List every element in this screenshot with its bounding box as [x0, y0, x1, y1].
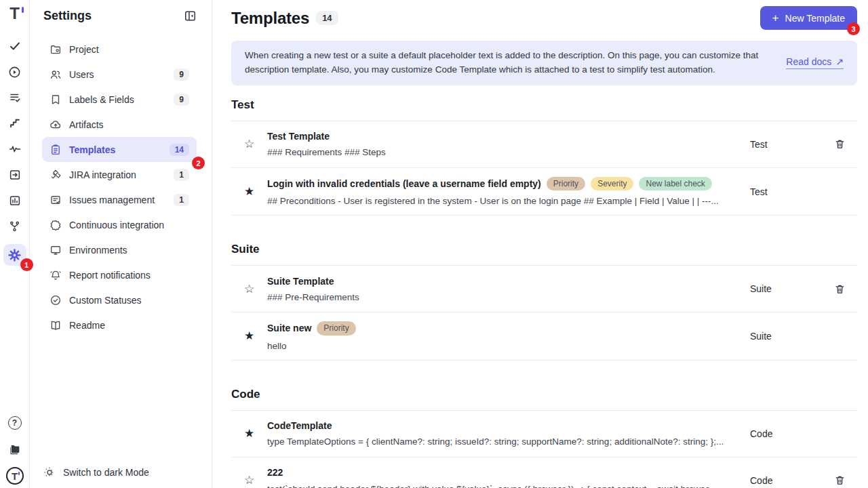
- template-title: CodeTemplate: [267, 420, 332, 431]
- rail-bottom: ? T: [4, 415, 26, 484]
- label-tag: Priority: [317, 321, 355, 335]
- sidebar-item-label: Artifacts: [69, 119, 104, 130]
- template-row[interactable]: ★ Login with invalid credentials (leave …: [231, 168, 857, 216]
- runs-icon[interactable]: [4, 64, 26, 80]
- sidebar-item-label: Templates: [69, 144, 115, 155]
- sidebar-title: Settings: [43, 9, 92, 23]
- templates-total-badge: 14: [316, 11, 338, 25]
- tests-icon[interactable]: [4, 38, 26, 54]
- star-filled-icon[interactable]: ★: [244, 330, 256, 342]
- sidebar-item-users[interactable]: Users 9: [42, 62, 197, 87]
- import-icon[interactable]: [4, 167, 26, 183]
- sidebar-item-artifacts[interactable]: Artifacts: [42, 112, 197, 137]
- milestones-icon[interactable]: [4, 115, 26, 131]
- settings-icon[interactable]: 1: [3, 244, 26, 266]
- monitor-icon: [50, 244, 62, 256]
- star-icon[interactable]: ☆: [244, 283, 256, 295]
- star-filled-icon[interactable]: ★: [244, 428, 256, 439]
- sidebar-item-labels-fields[interactable]: Labels & Fields 9: [42, 87, 197, 112]
- template-subtitle: ### Requirements ### Steps: [267, 147, 750, 157]
- template-subtitle: ### Pre-Requirements: [267, 292, 750, 302]
- template-type: Test: [750, 186, 768, 197]
- branch-icon[interactable]: [4, 218, 26, 235]
- template-type: Code: [750, 428, 772, 439]
- info-banner: When creating a new test or a suite a de…: [231, 41, 857, 85]
- plans-icon[interactable]: [4, 89, 26, 106]
- section-code: Code ★ CodeTemplate type TemplateOptions…: [231, 388, 857, 488]
- trash-icon[interactable]: [834, 138, 846, 150]
- section-heading: Test: [231, 98, 857, 112]
- activity-icon[interactable]: [4, 141, 26, 157]
- trash-icon[interactable]: [834, 474, 846, 486]
- count-badge: 9: [174, 68, 189, 81]
- section-suite: Suite ☆ Suite Template ### Pre-Requireme…: [231, 243, 857, 360]
- label-tag: New label check: [639, 177, 711, 190]
- annotation-badge-2: 2: [192, 157, 205, 169]
- label-tag: Severity: [591, 177, 633, 190]
- jira-icon: [50, 169, 62, 181]
- star-filled-icon[interactable]: ★: [244, 186, 256, 197]
- sidebar-item-label: Labels & Fields: [69, 94, 134, 105]
- label-icon: [50, 94, 62, 106]
- sidebar-item-readme[interactable]: Readme: [42, 312, 197, 338]
- sidebar-item-label: Environments: [69, 245, 127, 256]
- users-icon: [50, 68, 62, 81]
- dark-mode-label: Switch to dark Mode: [63, 467, 149, 478]
- rail-nav: 1: [3, 38, 26, 266]
- template-title: Suite Template: [267, 276, 334, 287]
- templates-page: Templates 14 + New Template 3 When creat…: [212, 0, 868, 488]
- sidebar-item-label: Report notifications: [69, 270, 151, 281]
- cloud-upload-icon: [50, 119, 62, 131]
- docs-folder-icon[interactable]: [4, 441, 26, 458]
- sidebar-item-project[interactable]: Project: [42, 37, 197, 62]
- template-row[interactable]: ☆ Test Template ### Requirements ### Ste…: [231, 121, 857, 168]
- sidebar-item-label: Custom Statuses: [69, 295, 142, 306]
- section-test: Test ☆ Test Template ### Requirements ##…: [231, 98, 857, 216]
- sidebar-item-custom-statuses[interactable]: Custom Statuses: [42, 287, 197, 312]
- account-avatar[interactable]: T: [4, 468, 26, 484]
- template-subtitle: hello: [267, 341, 750, 351]
- read-docs-link[interactable]: Read docs ↗: [786, 56, 844, 69]
- book-icon: [50, 319, 62, 331]
- count-badge: 1: [174, 169, 189, 181]
- reports-icon[interactable]: [4, 192, 26, 209]
- template-title: Test Template: [267, 131, 330, 142]
- sidebar-item-jira-integration[interactable]: JIRA integration 1: [42, 162, 197, 187]
- star-icon[interactable]: ☆: [244, 138, 256, 150]
- template-row[interactable]: ☆ 222 test(`should send header ${header}…: [231, 458, 857, 488]
- template-row[interactable]: ★ Suite new Priority hello Suite: [231, 312, 857, 360]
- sidebar-item-issues-management[interactable]: Issues management 1: [42, 187, 197, 212]
- sun-icon: [43, 466, 56, 479]
- issues-card-icon: [50, 194, 62, 206]
- sidebar-item-environments[interactable]: Environments: [42, 237, 197, 262]
- sidebar-item-report-notifications[interactable]: Report notifications: [42, 262, 197, 287]
- sidebar-item-templates[interactable]: Templates 14 2: [42, 137, 197, 162]
- trash-icon[interactable]: [834, 283, 846, 295]
- annotation-badge-1: 1: [20, 258, 33, 271]
- star-icon[interactable]: ☆: [244, 474, 256, 486]
- sidebar-item-label: Issues management: [69, 195, 155, 205]
- sidebar-item-label: Project: [69, 44, 99, 55]
- count-badge: 9: [174, 94, 189, 106]
- help-icon[interactable]: ?: [4, 415, 26, 431]
- template-title: 222: [267, 467, 283, 478]
- external-arrow-icon: ↗: [835, 56, 844, 67]
- template-row[interactable]: ☆ Suite Template ### Pre-Requirements Su…: [231, 266, 857, 312]
- page-title: Templates: [231, 9, 309, 28]
- collapse-sidebar-icon[interactable]: [184, 9, 197, 22]
- sidebar-item-continuous-integration[interactable]: Continuous integration: [42, 212, 197, 237]
- section-heading: Suite: [231, 243, 857, 256]
- new-template-button[interactable]: + New Template 3: [760, 6, 857, 30]
- read-docs-label: Read docs: [786, 56, 831, 67]
- app-logo[interactable]: T: [9, 5, 20, 22]
- sidebar-item-label: Users: [69, 69, 94, 80]
- sidebar-item-label: JIRA integration: [69, 169, 136, 180]
- count-badge: 14: [170, 144, 189, 156]
- dark-mode-toggle[interactable]: Switch to dark Mode: [30, 455, 212, 488]
- new-template-label: New Template: [785, 13, 845, 24]
- template-row[interactable]: ★ CodeTemplate type TemplateOptions = { …: [231, 411, 857, 458]
- label-tag: Priority: [547, 177, 585, 190]
- settings-sidebar: Settings Project Users 9 Labels & Fields…: [30, 0, 212, 488]
- settings-nav: Project Users 9 Labels & Fields 9 Artifa…: [30, 31, 212, 338]
- icon-rail: T 1 ?: [0, 0, 30, 488]
